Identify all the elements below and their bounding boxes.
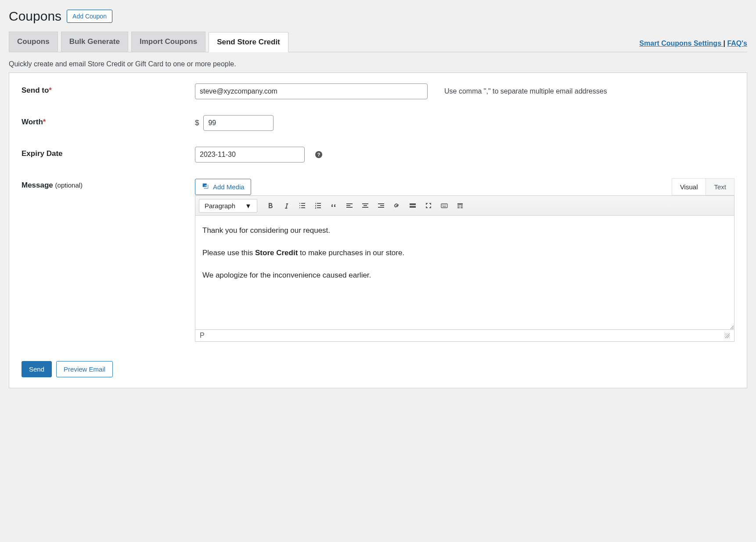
resize-handle[interactable] [724,333,730,338]
preview-email-button[interactable]: Preview Email [56,361,113,377]
editor-body[interactable]: Thank you for considering our request. P… [195,216,734,330]
send-to-label: Send to* [22,83,195,95]
editor-status-bar: P [195,330,734,342]
italic-icon[interactable] [279,199,293,213]
help-icon[interactable]: ? [315,151,322,158]
editor-text-tab[interactable]: Text [706,178,734,195]
align-left-icon[interactable] [342,199,356,213]
editor-element-path[interactable]: P [200,332,205,340]
toolbar-toggle-icon[interactable] [453,199,467,213]
currency-symbol: $ [195,119,199,127]
tab-bulk-generate[interactable]: Bulk Generate [61,32,128,52]
expiry-date-input[interactable] [195,147,305,163]
editor-toolbar: Paragraph ▼ [195,195,734,216]
send-to-input[interactable] [195,83,428,99]
chevron-down-icon: ▼ [245,202,252,210]
editor-paragraph: We apologize for the inconvenience cause… [202,269,727,281]
align-right-icon[interactable] [374,199,388,213]
bullet-list-icon[interactable] [295,199,309,213]
send-to-hint: Use comma "," to separate multiple email… [444,87,607,95]
numbered-list-icon[interactable] [311,199,325,213]
blockquote-icon[interactable] [327,199,341,213]
editor-paragraph: Please use this Store Credit to make pur… [202,247,727,259]
keyboard-icon[interactable] [437,199,451,213]
format-select[interactable]: Paragraph ▼ [199,199,257,213]
editor-visual-tab[interactable]: Visual [672,178,706,195]
add-coupon-button[interactable]: Add Coupon [67,10,112,23]
worth-label: Worth* [22,115,195,126]
page-subtitle: Quickly create and email Store Credit or… [9,60,747,68]
media-icon [202,182,209,192]
fullscreen-icon[interactable] [421,199,436,213]
tab-send-store-credit[interactable]: Send Store Credit [209,32,288,52]
page-title: Coupons [9,9,61,24]
worth-input[interactable] [203,115,274,131]
send-button[interactable]: Send [22,361,52,377]
editor-paragraph: Thank you for considering our request. [202,224,727,236]
add-media-button[interactable]: Add Media [195,179,251,195]
align-center-icon[interactable] [358,199,372,213]
tab-coupons[interactable]: Coupons [9,32,58,52]
tab-import-coupons[interactable]: Import Coupons [131,32,205,52]
smart-coupons-settings-link[interactable]: Smart Coupons Settings [639,40,723,47]
link-icon[interactable] [390,199,404,213]
message-label: Message (optional) [22,178,195,190]
send-store-credit-form: Send to* Use comma "," to separate multi… [9,72,747,388]
bold-icon[interactable] [263,199,277,213]
expiry-label: Expiry Date [22,147,195,158]
read-more-icon[interactable] [406,199,420,213]
faqs-link[interactable]: FAQ's [727,40,747,47]
